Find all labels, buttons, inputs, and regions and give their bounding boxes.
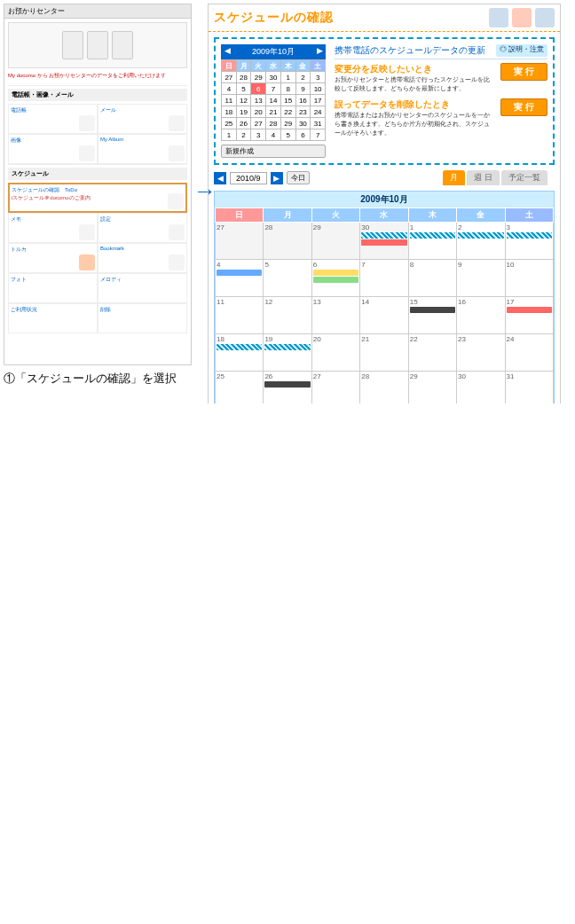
omakase-cell[interactable]: メール bbox=[98, 104, 187, 134]
omakase-cell[interactable]: My Album bbox=[98, 134, 187, 164]
omakase-red-text: My docomo から お預かりセンターのデータをご利用いただけます bbox=[8, 72, 187, 80]
mini-calendar[interactable]: 日月火水木金土272829301234567891011121314151617… bbox=[221, 59, 326, 141]
omakase-cell[interactable]: 電話帳 bbox=[8, 104, 98, 134]
step1-caption: ①「スケジュールの確認」を選択 bbox=[4, 371, 177, 387]
mini-cal-next-icon[interactable]: ▶ bbox=[315, 46, 324, 55]
today-button[interactable]: 今日 bbox=[287, 171, 310, 184]
flow-arrow-down-icon: ↓ bbox=[302, 395, 313, 403]
help-link[interactable]: ◎ 説明・注意 bbox=[496, 44, 547, 57]
omakase-cell[interactable]: 画像 bbox=[8, 134, 98, 164]
date-label: 2010/9 bbox=[230, 172, 267, 184]
mini-cal-prev-icon[interactable]: ◀ bbox=[223, 46, 232, 55]
schedule-confirm-panel: スケジュールの確認 ◀ 2009年10月 ▶ 日月火水木金土2728293012… bbox=[208, 4, 561, 403]
schedule-confirm-link[interactable]: スケジュールの確認 ToDoiスケジュール＠docomoのご案内 bbox=[8, 183, 187, 213]
sync-title: 携帯電話のスケジュールデータの更新 bbox=[335, 44, 485, 57]
tab-month[interactable]: 月 bbox=[443, 170, 465, 185]
calendar-month-header: 2009年10月 bbox=[215, 192, 554, 208]
new-schedule-button[interactable]: 新規作成 bbox=[221, 145, 326, 158]
omakase-header: お預かりセンター bbox=[4, 4, 191, 19]
omakase-hero bbox=[8, 22, 187, 68]
date-next-button[interactable]: ▶ bbox=[271, 172, 283, 184]
date-prev-button[interactable]: ◀ bbox=[214, 172, 226, 184]
delete-exec-button[interactable]: 実 行 bbox=[500, 98, 547, 116]
omakase-center-panel: お預かりセンター My docomo から お預かりセンターのデータをご利用いた… bbox=[4, 4, 192, 365]
reflect-exec-button[interactable]: 実 行 bbox=[500, 63, 547, 81]
schedule-title: スケジュールの確認 bbox=[214, 10, 334, 26]
big-calendar[interactable]: 日月火水木金土272829301234567891011121314151617… bbox=[215, 208, 554, 403]
tab-todo[interactable]: 予定一覧 bbox=[501, 170, 547, 185]
mini-cal-month-nav[interactable]: ◀ 2009年10月 ▶ bbox=[221, 44, 326, 59]
tab-week[interactable]: 週 日 bbox=[467, 170, 500, 185]
